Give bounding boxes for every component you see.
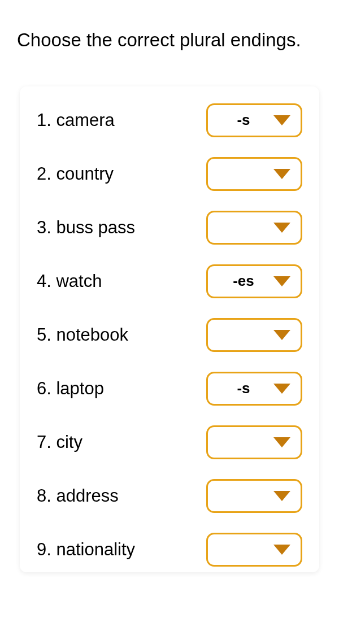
word-label: 1. camera [37,110,115,130]
word-label: 2. country [37,164,114,184]
dropdown-value: -s [218,380,269,397]
plural-dropdown[interactable] [206,479,302,513]
chevron-down-icon [273,223,290,233]
chevron-down-icon [273,330,290,340]
exercise-row: 7. city [37,425,302,459]
plural-dropdown[interactable]: -s [206,103,302,137]
exercise-row: 6. laptop -s [37,372,302,406]
plural-dropdown[interactable]: -es [206,264,302,298]
exercise-panel: 1. camera -s 2. country 3. buss pass 4. … [20,86,319,572]
chevron-down-icon [273,169,290,179]
exercise-row: 8. address [37,479,302,513]
chevron-down-icon [273,115,290,125]
exercise-row: 9. nationality [37,533,302,567]
word-label: 4. watch [37,271,102,291]
plural-dropdown[interactable] [206,533,302,567]
dropdown-value: -es [218,272,269,290]
exercise-row: 5. notebook [37,318,302,352]
word-label: 8. address [37,486,119,506]
word-label: 6. laptop [37,378,104,399]
word-label: 5. notebook [37,325,128,345]
exercise-row: 4. watch -es [37,264,302,298]
dropdown-value: -s [218,111,269,129]
chevron-down-icon [273,545,290,555]
chevron-down-icon [273,384,290,394]
instruction-text: Choose the correct plural endings. [17,28,322,53]
exercise-row: 2. country [37,157,302,191]
chevron-down-icon [273,276,290,286]
plural-dropdown[interactable] [206,425,302,459]
word-label: 9. nationality [37,539,135,560]
word-label: 7. city [37,432,82,452]
plural-dropdown[interactable] [206,318,302,352]
exercise-row: 1. camera -s [37,103,302,137]
chevron-down-icon [273,491,290,501]
plural-dropdown[interactable]: -s [206,372,302,406]
word-label: 3. buss pass [37,217,135,238]
exercise-row: 3. buss pass [37,211,302,245]
plural-dropdown[interactable] [206,157,302,191]
chevron-down-icon [273,437,290,447]
plural-dropdown[interactable] [206,211,302,245]
